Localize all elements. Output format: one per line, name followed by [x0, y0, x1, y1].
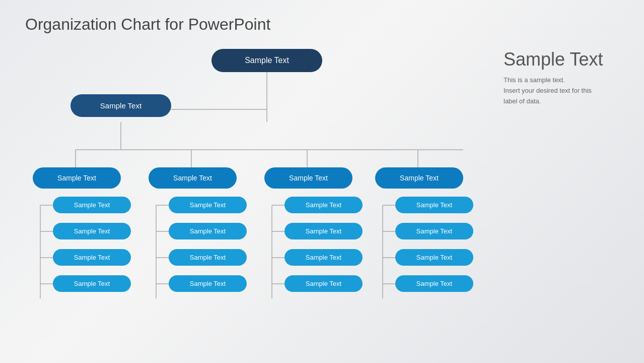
col-1-header-label: Sample Text	[33, 167, 121, 189]
col-3-item-2[interactable]: Sample Text	[284, 223, 363, 239]
col-1-item-3[interactable]: Sample Text	[53, 249, 131, 266]
col-1-item-2-label: Sample Text	[53, 223, 131, 239]
col-4-item-1-label: Sample Text	[395, 197, 473, 213]
col-4-item-2-label: Sample Text	[395, 223, 473, 239]
col-1-header[interactable]: Sample Text	[33, 167, 121, 189]
col-2-item-4[interactable]: Sample Text	[169, 275, 247, 292]
col-3-item-4[interactable]: Sample Text	[284, 275, 363, 292]
chart-container: Sample Text Sample Text Sample Text Samp…	[25, 44, 488, 326]
page-title: Organization Chart for PowerPoint	[25, 15, 619, 34]
col-4-item-4[interactable]: Sample Text	[395, 275, 473, 292]
col-4-item-3-label: Sample Text	[395, 249, 473, 266]
col-2-header[interactable]: Sample Text	[149, 167, 237, 189]
col-3-item-1-label: Sample Text	[284, 197, 363, 213]
col-1-item-3-label: Sample Text	[53, 249, 131, 266]
col-4-item-2[interactable]: Sample Text	[395, 223, 473, 239]
main-content: Sample Text Sample Text Sample Text Samp…	[25, 44, 619, 326]
col-3-header-label: Sample Text	[264, 167, 352, 189]
level1-node-label: Sample Text	[70, 94, 171, 117]
col-3-item-3-label: Sample Text	[284, 249, 363, 266]
col-2-item-3-label: Sample Text	[169, 249, 247, 266]
page: Organization Chart for PowerPoint	[0, 0, 644, 363]
col-1-item-2[interactable]: Sample Text	[53, 223, 131, 239]
col-2-item-1[interactable]: Sample Text	[169, 197, 247, 213]
side-info: Sample Text This is a sample text.Insert…	[488, 44, 619, 326]
full-chart: Sample Text Sample Text Sample Text Samp…	[25, 44, 488, 326]
col-1-item-1-label: Sample Text	[53, 197, 131, 213]
col-2-header-label: Sample Text	[149, 167, 237, 189]
top-node[interactable]: Sample Text	[211, 49, 322, 72]
level1-node[interactable]: Sample Text	[70, 94, 171, 117]
top-node-label: Sample Text	[211, 49, 322, 72]
col-2-item-2-label: Sample Text	[169, 223, 247, 239]
col-1-item-1[interactable]: Sample Text	[53, 197, 131, 213]
col-2-item-1-label: Sample Text	[169, 197, 247, 213]
col-3-item-4-label: Sample Text	[284, 275, 363, 292]
col-1-item-4-label: Sample Text	[53, 275, 131, 292]
col-2-item-4-label: Sample Text	[169, 275, 247, 292]
col-3-item-3[interactable]: Sample Text	[284, 249, 363, 266]
side-desc: This is a sample text.Insert your desire…	[504, 75, 619, 106]
col-4-header-label: Sample Text	[375, 167, 463, 189]
col-2-item-2[interactable]: Sample Text	[169, 223, 247, 239]
col-4-item-3[interactable]: Sample Text	[395, 249, 473, 266]
col-1-item-4[interactable]: Sample Text	[53, 275, 131, 292]
col-4-item-4-label: Sample Text	[395, 275, 473, 292]
col-3-header[interactable]: Sample Text	[264, 167, 352, 189]
side-title: Sample Text	[504, 49, 619, 70]
col-3-item-2-label: Sample Text	[284, 223, 363, 239]
col-4-header[interactable]: Sample Text	[375, 167, 463, 189]
col-2-item-3[interactable]: Sample Text	[169, 249, 247, 266]
col-4-item-1[interactable]: Sample Text	[395, 197, 473, 213]
col-3-item-1[interactable]: Sample Text	[284, 197, 363, 213]
